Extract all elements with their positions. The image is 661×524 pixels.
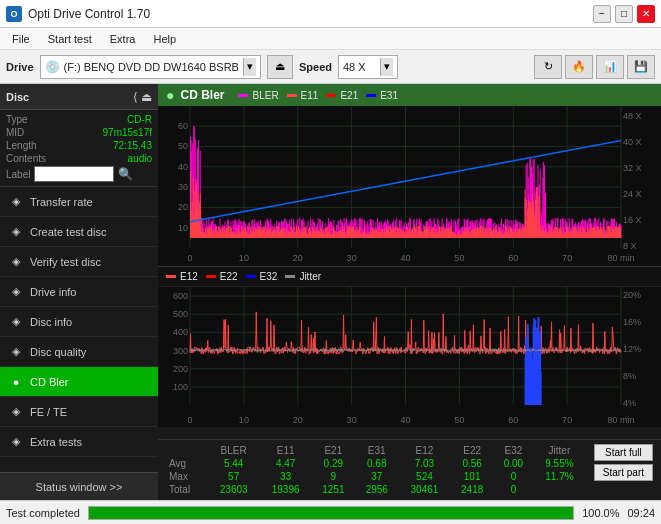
disc-info-panel: Type CD-R MID 97m15s17f Length 72:15.43 …: [0, 110, 158, 187]
stats-col-header-label: [166, 444, 208, 457]
stats-buttons: Start full Start part: [594, 444, 653, 481]
speed-label: Speed: [299, 61, 332, 73]
stats-cell: 2418: [450, 483, 493, 496]
stats-row-label: Avg: [166, 457, 208, 470]
stats-cell: 0: [494, 470, 533, 483]
menu-bar: File Start test Extra Help: [0, 28, 661, 50]
disc-mid-value: 97m15s17f: [103, 127, 152, 138]
sidebar: Disc ⟨ ⏏ Type CD-R MID 97m15s17f Length …: [0, 84, 158, 500]
toolbar-refresh-button[interactable]: ↻: [534, 55, 562, 79]
menu-start-test[interactable]: Start test: [40, 31, 100, 47]
window-controls: − □ ✕: [593, 5, 655, 23]
menu-file[interactable]: File: [4, 31, 38, 47]
app-icon: O: [6, 6, 22, 22]
nav-create-test-disc-label: Create test disc: [30, 226, 106, 238]
progress-bar-fill: [89, 507, 573, 519]
stats-cell: 1251: [312, 483, 355, 496]
stats-cell: 2956: [355, 483, 398, 496]
disc-length-row: Length 72:15.43: [6, 140, 152, 151]
eject-button[interactable]: ⏏: [267, 55, 293, 79]
disc-label-browse-icon[interactable]: 🔍: [118, 167, 133, 181]
legend-bler: BLER: [238, 90, 278, 101]
toolbar-save-button[interactable]: 💾: [627, 55, 655, 79]
stats-cell: 0.00: [494, 457, 533, 470]
nav-disc-info[interactable]: ◈ Disc info: [0, 307, 158, 337]
chart-title-bar: ● CD Bler BLER E11 E21 E31: [158, 84, 661, 106]
status-window-button[interactable]: Status window >>: [0, 472, 158, 500]
progress-bar: [88, 506, 574, 520]
toolbar-icons: ↻ 🔥 📊 💾: [534, 55, 655, 79]
menu-help[interactable]: Help: [145, 31, 184, 47]
create-test-disc-icon: ◈: [8, 225, 24, 238]
start-part-button[interactable]: Start part: [594, 464, 653, 481]
nav-drive-info[interactable]: ◈ Drive info: [0, 277, 158, 307]
legend-jitter: Jitter: [285, 271, 321, 282]
nav-drive-info-label: Drive info: [30, 286, 76, 298]
stats-col-e32: E32: [494, 444, 533, 457]
nav-create-test-disc[interactable]: ◈ Create test disc: [0, 217, 158, 247]
disc-eject-icon[interactable]: ⏏: [141, 90, 152, 104]
disc-mid-key: MID: [6, 127, 24, 138]
legend-e22: E22: [206, 271, 238, 282]
chart-legend-top: BLER E11 E21 E31: [238, 90, 398, 101]
stats-cell: 23603: [208, 483, 260, 496]
stats-col-e21: E21: [312, 444, 355, 457]
legend-e32: E32: [246, 271, 278, 282]
disc-mid-row: MID 97m15s17f: [6, 127, 152, 138]
nav-verify-test-disc[interactable]: ◈ Verify test disc: [0, 247, 158, 277]
nav-extra-tests[interactable]: ◈ Extra tests: [0, 427, 158, 457]
disc-contents-key: Contents: [6, 153, 46, 164]
drive-label: Drive: [6, 61, 34, 73]
stats-table: BLER E11 E21 E31 E12 E22 E32 Jitter Avg5…: [166, 444, 586, 496]
nav-fe-te[interactable]: ◈ FE / TE: [0, 397, 158, 427]
progress-percent: 100.0%: [582, 507, 619, 519]
stats-cell: 0.29: [312, 457, 355, 470]
stats-row-label: Max: [166, 470, 208, 483]
disc-type-value: CD-R: [127, 114, 152, 125]
status-text: Test completed: [6, 507, 80, 519]
toolbar-burn-button[interactable]: 🔥: [565, 55, 593, 79]
stats-cell: 0.56: [450, 457, 493, 470]
stats-col-e11: E11: [260, 444, 312, 457]
menu-extra[interactable]: Extra: [102, 31, 144, 47]
stats-col-e22: E22: [450, 444, 493, 457]
speed-selector[interactable]: 48 X ▾: [338, 55, 398, 79]
nav-fe-te-label: FE / TE: [30, 406, 67, 418]
stats-cell: 524: [398, 470, 450, 483]
stats-cell: 101: [450, 470, 493, 483]
stats-col-e31: E31: [355, 444, 398, 457]
legend-e12: E12: [166, 271, 198, 282]
stats-row-label: Total: [166, 483, 208, 496]
stats-col-jitter: Jitter: [533, 444, 586, 457]
stats-cell: 30461: [398, 483, 450, 496]
speed-dropdown-arrow[interactable]: ▾: [380, 58, 393, 76]
main-content: ● CD Bler BLER E11 E21 E31: [158, 84, 661, 500]
disc-label-input[interactable]: [34, 166, 114, 182]
stats-col-bler: BLER: [208, 444, 260, 457]
stats-cell: [533, 483, 586, 496]
stats-cell: 0.68: [355, 457, 398, 470]
disc-contents-row: Contents audio: [6, 153, 152, 164]
nav-extra-tests-label: Extra tests: [30, 436, 82, 448]
close-button[interactable]: ✕: [637, 5, 655, 23]
start-full-button[interactable]: Start full: [594, 444, 653, 461]
disc-quality-icon: ◈: [8, 345, 24, 358]
nav-transfer-rate[interactable]: ◈ Transfer rate: [0, 187, 158, 217]
toolbar-graph-button[interactable]: 📊: [596, 55, 624, 79]
drive-dropdown-arrow[interactable]: ▾: [243, 58, 256, 76]
bottom-chart-legend-bar: E12 E22 E32 Jitter: [158, 267, 661, 287]
disc-arrow-icon[interactable]: ⟨: [133, 90, 138, 104]
nav-cd-bler[interactable]: ● CD Bler: [0, 367, 158, 397]
nav-disc-quality[interactable]: ◈ Disc quality: [0, 337, 158, 367]
drive-selector[interactable]: 💿 (F:) BENQ DVD DD DW1640 BSRB ▾: [40, 55, 261, 79]
maximize-button[interactable]: □: [615, 5, 633, 23]
stats-col-e12: E12: [398, 444, 450, 457]
stats-cell: 19396: [260, 483, 312, 496]
chart-title-text: CD Bler: [180, 88, 224, 102]
bottom-chart-container: E12 E22 E32 Jitter: [158, 267, 661, 427]
app-title: Opti Drive Control 1.70: [28, 7, 150, 21]
bottom-chart-canvas: [158, 287, 661, 427]
transfer-rate-icon: ◈: [8, 195, 24, 208]
minimize-button[interactable]: −: [593, 5, 611, 23]
drive-toolbar: Drive 💿 (F:) BENQ DVD DD DW1640 BSRB ▾ ⏏…: [0, 50, 661, 84]
